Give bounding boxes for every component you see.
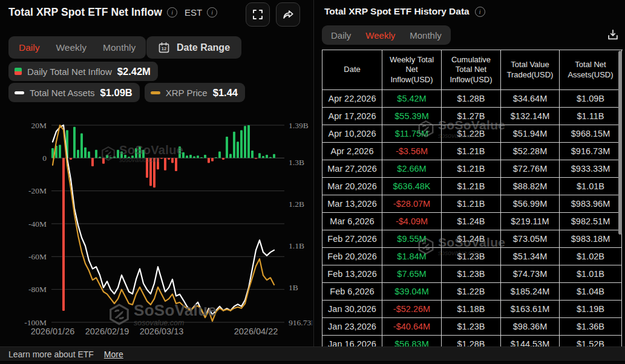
price-line-swatch-icon <box>151 91 160 94</box>
value-cell: $1.09B <box>560 90 622 108</box>
value-cell: $1.01B <box>560 265 622 283</box>
value-cell: $1.21B <box>442 195 501 213</box>
table-row: Mar 20,2026$636.48K$1.21B$88.82M$1.01B <box>322 178 623 195</box>
value-cell: $11.75M <box>382 125 442 143</box>
share-button[interactable] <box>276 2 300 27</box>
value-cell: $185.24M <box>501 283 560 301</box>
svg-text:1.1B: 1.1B <box>289 241 304 250</box>
footer-more-link[interactable]: More <box>104 349 123 359</box>
table-scrollbar[interactable] <box>618 51 622 235</box>
value-cell: $982.51M <box>560 213 622 230</box>
legend-label: Total Net Assets <box>30 88 95 98</box>
value-cell: $98.36M <box>501 318 560 336</box>
svg-text:916.73M: 916.73M <box>289 318 312 327</box>
value-cell: $1.18B <box>442 301 501 318</box>
history-period-tabs: DailyWeeklyMonthly <box>322 25 451 45</box>
value-cell: $56.99M <box>501 195 560 213</box>
table-row: Mar 6,2026-$4.09M$1.24B$219.11M$982.51M <box>322 213 623 230</box>
date-cell: Jan 16,2026 <box>322 336 382 346</box>
date-cell: Mar 13,2026 <box>322 195 382 213</box>
legend-total-net-assets[interactable]: Total Net Assets $1.09B <box>8 83 140 102</box>
svg-text:-40M: -40M <box>28 219 47 229</box>
value-cell: $1.24B <box>442 213 501 230</box>
value-cell: $1.21B <box>442 160 501 178</box>
legend-label: Daily Total Net Inflow <box>27 67 112 77</box>
info-icon[interactable]: i <box>475 7 485 17</box>
download-button[interactable] <box>604 27 621 44</box>
date-range-label: Date Range <box>177 42 230 53</box>
info-icon[interactable]: i <box>167 7 177 18</box>
svg-text:1.39B: 1.39B <box>289 121 309 130</box>
svg-text:2026/04/22: 2026/04/22 <box>234 327 278 336</box>
value-cell: $72.76M <box>501 160 560 178</box>
timezone-label: EST <box>185 7 202 18</box>
value-cell: $1.28B <box>442 336 501 346</box>
table-row: Feb 6,2026$39.04M$1.22B$185.24M$1.04B <box>322 283 623 301</box>
value-cell: $132.14M <box>501 108 560 125</box>
date-cell: Apr 2,2026 <box>322 143 382 160</box>
value-cell: $88.82M <box>501 178 560 195</box>
download-icon <box>606 28 620 42</box>
svg-text:1.3B: 1.3B <box>289 158 304 167</box>
date-cell: Feb 6,2026 <box>322 283 382 301</box>
date-cell: Apr 10,2026 <box>322 125 382 143</box>
value-cell: $983.96M <box>560 195 622 213</box>
value-cell: $636.48K <box>382 178 442 195</box>
value-cell: -$52.26M <box>382 301 442 318</box>
value-cell: $1.52B <box>560 336 622 346</box>
chart-tab-monthly[interactable]: Monthly <box>103 42 136 53</box>
value-cell: $144.53M <box>501 336 560 346</box>
history-tab-monthly[interactable]: Monthly <box>410 30 442 41</box>
svg-text:2026/01/26: 2026/01/26 <box>31 327 75 336</box>
legend-value: $2.42M <box>117 66 151 77</box>
share-icon <box>282 8 294 21</box>
value-cell: $1.01B <box>560 178 622 195</box>
chart-tab-weekly[interactable]: Weekly <box>56 42 87 53</box>
date-cell: Jan 23,2026 <box>322 318 382 336</box>
table-row: Apr 10,2026$11.75M$1.22B$51.94M$968.15M <box>322 125 623 143</box>
net-inflow-chart[interactable]: 20M0-20M-40M-60M-80M-100M1.39B1.3B1.2B1.… <box>0 110 312 342</box>
fullscreen-button[interactable] <box>246 2 270 27</box>
legend-label: XRP Price <box>166 88 208 98</box>
value-cell: $968.15M <box>560 125 622 143</box>
net-inflow-chart-panel: Total XRP Spot ETF Net Inflow i EST i Da… <box>0 0 313 346</box>
value-cell: $219.11M <box>501 213 560 230</box>
legend-daily-net-inflow[interactable]: Daily Total Net Inflow $2.42M <box>8 62 158 81</box>
column-header-cumulative-inflow: Cumulative Total Net Inflow(USD) <box>442 50 501 90</box>
value-cell: $1.21B <box>442 143 501 160</box>
history-tab-daily[interactable]: Daily <box>331 30 351 41</box>
table-row: Jan 23,2026-$40.64M$1.23B$98.36M$1.36B <box>322 318 623 336</box>
chart-tab-daily[interactable]: Daily <box>19 42 39 53</box>
info-icon[interactable]: i <box>207 7 217 18</box>
value-cell: $52.28M <box>501 143 560 160</box>
value-cell: $39.04M <box>382 283 442 301</box>
legend-xrp-price[interactable]: XRP Price $1.44 <box>145 83 245 102</box>
value-cell: $56.83M <box>382 336 442 346</box>
value-cell: $2.66M <box>382 160 442 178</box>
value-cell: -$3.56M <box>382 143 442 160</box>
value-cell: $1.84M <box>382 248 442 265</box>
value-cell: $51.34M <box>501 248 560 265</box>
date-range-button[interactable]: 12 Date Range <box>146 36 241 59</box>
table-row: Feb 27,2026$9.55M$1.24B$73.05M$983.18M <box>322 230 623 248</box>
value-cell: $1.21B <box>442 178 501 195</box>
date-cell: Feb 27,2026 <box>322 230 382 248</box>
value-cell: $1.23B <box>442 318 501 336</box>
date-cell: Feb 20,2026 <box>322 248 382 265</box>
table-row: Jan 16,2026$56.83M$1.28B$144.53M$1.52B <box>322 336 623 346</box>
svg-text:-80M: -80M <box>28 285 47 294</box>
column-header-weekly-inflow: Weekly Total Net Inflow(USD) <box>382 50 442 90</box>
history-tab-weekly[interactable]: Weekly <box>365 30 395 41</box>
date-cell: Apr 22,2026 <box>322 90 382 108</box>
value-cell: $74.73M <box>501 265 560 283</box>
value-cell: -$40.64M <box>382 318 442 336</box>
chart-period-tabs: DailyWeeklyMonthly <box>8 36 146 59</box>
column-header-value-traded: Total Value Traded(USD) <box>501 50 560 90</box>
footer-bar: Learn more about ETF More <box>0 346 625 362</box>
date-cell: Feb 13,2026 <box>322 265 382 283</box>
svg-text:-100M: -100M <box>24 318 47 327</box>
table-header-row: Date Weekly Total Net Inflow(USD) Cumula… <box>322 50 623 90</box>
inflow-bar-swatch-icon <box>15 68 22 75</box>
value-cell: $1.28B <box>442 90 501 108</box>
value-cell: $34.64M <box>501 90 560 108</box>
